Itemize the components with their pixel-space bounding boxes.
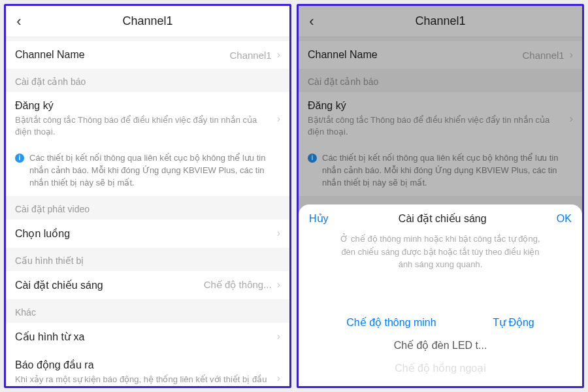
page-title: Channel1 [299, 14, 582, 28]
chevron-right-icon: › [277, 279, 280, 291]
header: ‹ Channel1 [299, 6, 582, 37]
back-button[interactable]: ‹ [6, 13, 32, 30]
row-lighting[interactable]: Cài đặt chiếu sáng Chế độ thông... › [6, 271, 289, 299]
picker-option-auto[interactable]: Tự Động [493, 316, 534, 329]
register-sublabel: Bật/tắt công tắc Thông báo để điều khiển… [308, 114, 573, 138]
alarm-sublabel: Khi xảy ra một sự kiện báo động, hệ thốn… [15, 374, 280, 386]
register-label: Đăng ký [15, 100, 54, 112]
register-label: Đăng ký [308, 100, 346, 112]
header: ‹ Channel1 [6, 6, 289, 37]
sheet-header: Hủy Cài đặt chiếu sáng OK [299, 204, 582, 230]
section-device: Cấu hình thiết bị [6, 248, 289, 271]
chevron-right-icon: › [570, 49, 573, 61]
channel-name-label: Channel Name [15, 49, 229, 61]
ok-button[interactable]: OK [557, 213, 572, 225]
chevron-right-icon: › [277, 227, 280, 239]
row-register[interactable]: Đăng ký Bật/tắt công tắc Thông báo để đi… [299, 92, 582, 146]
sheet-title: Cài đặt chiếu sáng [399, 212, 487, 225]
picker-option-led[interactable]: Chế độ đèn LED t... [394, 339, 487, 351]
picker-row-selected[interactable]: Chế độ thông minh Tự Động [299, 311, 582, 334]
section-other: Khác [6, 299, 289, 323]
content: Channel Name Channel1 › Cài đặt cảnh báo… [6, 37, 289, 386]
page-title: Channel1 [6, 14, 289, 28]
picker-row-far[interactable]: Chế độ hồng ngoại [299, 357, 582, 380]
screen-right: ‹ Channel1 Channel Name Channel1 › Cài đ… [297, 4, 584, 388]
sheet-description: Ở chế độ thông minh hoặc khi bật công tắ… [299, 230, 582, 279]
lighting-label: Cài đặt chiếu sáng [15, 279, 204, 291]
chevron-right-icon: › [277, 372, 280, 384]
section-video: Cài đặt phát video [6, 196, 289, 220]
picker-option-smart[interactable]: Chế độ thông minh [346, 316, 436, 329]
cancel-button[interactable]: Hủy [309, 212, 329, 225]
action-sheet-lighting: Hủy Cài đặt chiếu sáng OK Ở chế độ thông… [299, 204, 582, 386]
chevron-right-icon: › [277, 331, 280, 342]
row-alarm-output[interactable]: Báo động đầu ra Khi xảy ra một sự kiện b… [6, 351, 289, 386]
stream-label: Chọn luồng [15, 227, 277, 240]
lighting-value: Chế độ thông... [204, 279, 272, 291]
info-icon: i [15, 154, 24, 163]
channel-name-value: Channel1 [522, 50, 564, 61]
chevron-right-icon: › [277, 113, 280, 125]
channel-name-label: Channel Name [308, 49, 522, 61]
picker-option-infrared[interactable]: Chế độ hồng ngoại [395, 362, 486, 374]
row-remote-config[interactable]: Cấu hình từ xa › [6, 323, 289, 351]
info-icon: i [308, 154, 317, 163]
remote-label: Cấu hình từ xa [15, 331, 277, 343]
row-channel-name[interactable]: Channel Name Channel1 › [299, 41, 582, 69]
info-banner: i Các thiết bị kết nối thông qua liên kế… [6, 146, 289, 196]
info-text: Các thiết bị kết nối thông qua liên kết … [29, 152, 280, 189]
row-stream[interactable]: Chọn luồng › [6, 220, 289, 248]
channel-name-value: Channel1 [229, 50, 271, 61]
picker-row-near[interactable]: Chế độ đèn LED t... [299, 334, 582, 357]
info-text: Các thiết bị kết nối thông qua liên kết … [322, 152, 573, 189]
back-button[interactable]: ‹ [299, 13, 325, 30]
row-channel-name[interactable]: Channel Name Channel1 › [6, 41, 289, 69]
alarm-label: Báo động đầu ra [15, 359, 94, 371]
chevron-right-icon: › [277, 49, 280, 61]
chevron-right-icon: › [570, 113, 573, 125]
info-banner: i Các thiết bị kết nối thông qua liên kế… [299, 146, 582, 196]
picker[interactable]: Chế độ thông minh Tự Động Chế độ đèn LED… [299, 279, 582, 387]
screen-left: ‹ Channel1 Channel Name Channel1 › Cài đ… [4, 4, 291, 388]
row-register[interactable]: Đăng ký Bật/tắt công tắc Thông báo để đi… [6, 92, 289, 146]
section-alert: Cài đặt cảnh báo [299, 69, 582, 92]
register-sublabel: Bật/tắt công tắc Thông báo để điều khiển… [15, 114, 280, 138]
section-alert: Cài đặt cảnh báo [6, 69, 289, 92]
